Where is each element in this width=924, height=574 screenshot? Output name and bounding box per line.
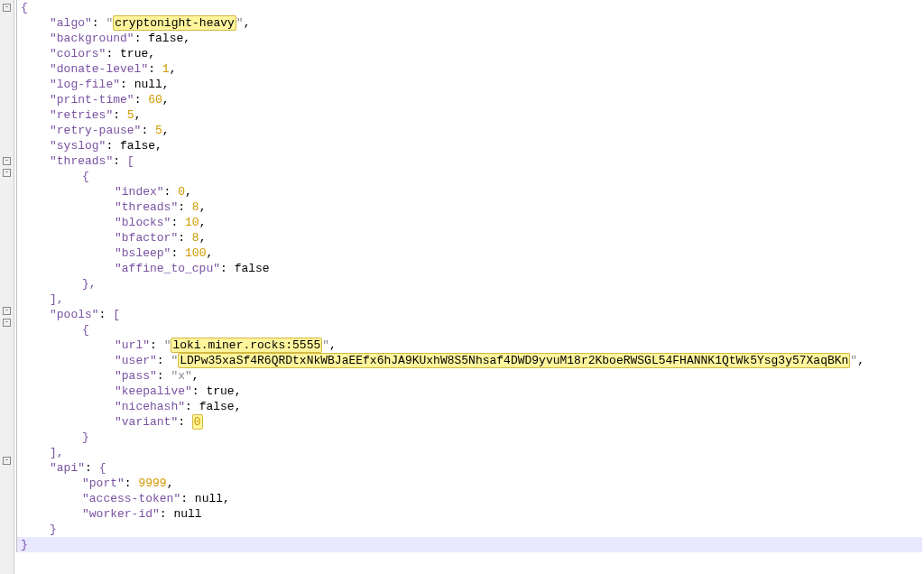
code-line: ], bbox=[16, 292, 922, 307]
code-line: } bbox=[16, 522, 922, 537]
code-line: "url": "loki.miner.rocks:5555", bbox=[16, 338, 922, 353]
code-line: "worker-id": null bbox=[16, 506, 922, 522]
fold-toggle[interactable]: - bbox=[3, 307, 11, 315]
code-line: "bfactor": 8, bbox=[16, 230, 922, 245]
highlight: LDPw35xaSf4R6QRDtxNkWBJaEEfx6hJA9KUxhW8S… bbox=[178, 353, 850, 368]
code-line: "nicehash": false, bbox=[16, 399, 922, 414]
code-line: "blocks": 10, bbox=[16, 215, 922, 230]
code-line: "print-time": 60, bbox=[16, 92, 922, 107]
code-line: "pass": "x", bbox=[16, 368, 922, 384]
code-line: "bsleep": 100, bbox=[16, 245, 922, 261]
code-line: "colors": true, bbox=[16, 46, 922, 61]
code-line: "donate-level": 1, bbox=[16, 61, 922, 77]
fold-toggle[interactable]: - bbox=[3, 4, 11, 12]
code-line: "threads": [ bbox=[16, 153, 922, 169]
code-line: "api": { bbox=[16, 460, 922, 476]
code-line: "variant": 0 bbox=[16, 414, 922, 430]
code-line: "affine_to_cpu": false bbox=[16, 261, 922, 276]
code-line: "syslog": false, bbox=[16, 138, 922, 153]
code-line: { bbox=[16, 0, 922, 15]
code-line: "index": 0, bbox=[16, 184, 922, 199]
code-line: "log-file": null, bbox=[16, 77, 922, 92]
fold-gutter: - - - - - - bbox=[0, 0, 14, 574]
code-line: "user": "LDPw35xaSf4R6QRDtxNkWBJaEEfx6hJ… bbox=[16, 353, 922, 368]
code-line: "access-token": null, bbox=[16, 491, 922, 506]
highlight: loki.miner.rocks:5555 bbox=[171, 338, 322, 353]
code-line: { bbox=[16, 322, 922, 338]
code-line: "keepalive": true, bbox=[16, 384, 922, 399]
code-line-selected: } bbox=[16, 537, 922, 552]
code-line: }, bbox=[16, 276, 922, 292]
highlight: cryptonight-heavy bbox=[113, 15, 236, 31]
code-line: { bbox=[16, 169, 922, 184]
highlight: 0 bbox=[192, 414, 203, 430]
code-line: ], bbox=[16, 445, 922, 460]
code-line: } bbox=[16, 430, 922, 445]
code-line: "retries": 5, bbox=[16, 107, 922, 123]
fold-toggle[interactable]: - bbox=[3, 457, 11, 465]
code-line: "algo": "cryptonight-heavy", bbox=[16, 15, 922, 31]
code-line: "threads": 8, bbox=[16, 199, 922, 215]
code-line: "retry-pause": 5, bbox=[16, 123, 922, 138]
fold-toggle[interactable]: - bbox=[3, 169, 11, 177]
code-line: "port": 9999, bbox=[16, 476, 922, 491]
code-line: "background": false, bbox=[16, 31, 922, 46]
fold-toggle[interactable]: - bbox=[3, 319, 11, 327]
code-editor[interactable]: { "algo": "cryptonight-heavy", "backgrou… bbox=[14, 0, 924, 574]
fold-toggle[interactable]: - bbox=[3, 157, 11, 165]
code-line: "pools": [ bbox=[16, 307, 922, 322]
